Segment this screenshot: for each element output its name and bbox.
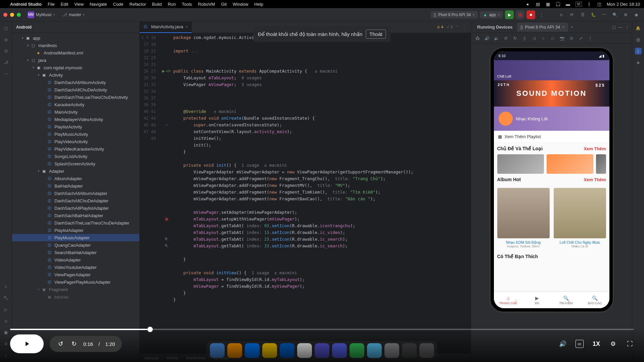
tree-adapter[interactable]: ⒸQuangCaoAdapter (12, 241, 139, 249)
posture-icon[interactable]: ▯ (521, 35, 527, 41)
album-row[interactable]: Nhạc EDM Sôi Động Hoaprox, Touliver, Sli… (494, 185, 609, 251)
tree-activity[interactable]: ⒸSongsListActivity (12, 153, 139, 160)
tree-baocao[interactable]: ▣baocao (12, 293, 139, 300)
device-selector[interactable]: ▯ Pixel 8 Pro API 34 ▾ (430, 11, 478, 18)
sync-icon[interactable]: ⟳ (567, 10, 576, 19)
device-manager-icon[interactable]: ◈ (635, 59, 642, 66)
forward-10-icon[interactable]: ↻ (70, 340, 78, 348)
tree-activity[interactable]: ⒸSplashScreenActivity (12, 160, 139, 167)
tree-activity[interactable]: ⒸPlayVideoActivity (12, 138, 139, 145)
nav-home[interactable]: ⌂TRANG CHỦ (494, 292, 523, 308)
menubar-app-name[interactable]: Android Studio (10, 2, 42, 7)
git-branch-selector[interactable]: ⎇ master ▾ (62, 12, 85, 17)
nav-report[interactable]: 🔍BÁO CÁO (581, 292, 609, 308)
rewind-10-icon[interactable]: ↺ (56, 340, 64, 348)
more-emulator-icon[interactable]: ⋮ (587, 35, 593, 41)
see-more-link[interactable]: Xem Thêm (584, 177, 606, 182)
album-card[interactable]: Lofi Chill Cho Ngày Mưa Nhiều Ca Sĩ (554, 188, 606, 248)
tree-adapter[interactable]: ⒸVideoYoutubeAdapter (12, 264, 139, 271)
more-icon[interactable]: ⋮ (625, 25, 629, 30)
maximize-window-button[interactable] (17, 13, 21, 17)
menu-window[interactable]: Window (233, 2, 248, 7)
tree-adapter[interactable]: ⒸAlbumAdapter (12, 175, 139, 182)
project-tree[interactable]: ▾▣app ▾▢manifests ◈AndroidManifest.xml ▾… (12, 33, 139, 362)
tree-activity[interactable]: ⒸKaraokeActivity (12, 101, 139, 108)
run-button[interactable]: ▶ (505, 10, 514, 19)
menu-git[interactable]: Git (221, 2, 227, 7)
banner-sound-motion[interactable]: 25TH SOUND MOTION $25 (494, 80, 609, 107)
gear-icon[interactable]: ⚙ (621, 10, 630, 19)
minimize-icon[interactable]: — (618, 25, 623, 30)
volume-up-icon[interactable]: 🔊 (484, 35, 490, 41)
stop-button[interactable]: ■ (526, 10, 535, 19)
banner-chill-lofi[interactable]: Chill Lofi (494, 60, 609, 80)
captions-icon[interactable]: cc (576, 340, 584, 348)
tree-activity[interactable]: ⒸDanhSachAllChuDeActivity (12, 86, 139, 93)
resize-icon[interactable]: ⤢ (578, 35, 584, 41)
tree-activity[interactable]: ⒸPlayMusicActivity (12, 130, 139, 138)
tree-adapter[interactable]: ⒸVideoAdapter (12, 256, 139, 264)
screenshot-icon[interactable]: 📷 (559, 35, 565, 41)
menu-code[interactable]: Code (113, 2, 124, 7)
gradle-icon[interactable]: ▤ (635, 36, 642, 43)
playback-speed[interactable]: 1X (592, 340, 600, 348)
tree-adapter[interactable]: ⒸPlaylistAdapter (12, 227, 139, 234)
tree-adapter[interactable]: ⒸDanhSachAllPlaylistAdapter (12, 204, 139, 212)
tree-adapter[interactable]: ⒸSearchBaiHatAdapter (12, 249, 139, 256)
down-icon[interactable]: ⌃ (456, 25, 459, 29)
input-lang[interactable]: VI (576, 2, 582, 7)
settings-icon[interactable]: ⚙ (609, 340, 617, 348)
menu-run[interactable]: Run (168, 2, 176, 7)
diamond-tool-icon[interactable]: ◇ (3, 318, 9, 324)
tree-activity[interactable]: ⒸDanhSachAllAlbumActivity (12, 79, 139, 86)
category-card[interactable] (547, 154, 593, 174)
panel-header[interactable]: Android (12, 22, 139, 33)
see-more-link[interactable]: Xem Thêm (584, 146, 606, 151)
video-progress-bar[interactable] (10, 328, 634, 330)
tree-adapter[interactable]: ⒸViewPagerPlayMusicAdapter (12, 278, 139, 286)
menu-file[interactable]: File (48, 2, 55, 7)
fullscreen-icon[interactable]: ⛶ (626, 340, 634, 348)
tree-adapter[interactable]: ⒸDanhSachTheLoaiTheoChuDeAdapter (12, 219, 139, 227)
bookmark-tool-icon[interactable]: ☆ (3, 283, 9, 290)
headphones-icon[interactable]: 🎧 (555, 1, 561, 7)
code-editor[interactable]: 1 3 16 17 18 19 21 22 23 24 25 26 27 29 … (140, 33, 471, 353)
search-icon[interactable]: 🔍 (610, 10, 619, 19)
add-device-icon[interactable]: + (571, 25, 573, 30)
commit-tool-icon[interactable]: ◎ (3, 36, 9, 43)
pull-requests-icon[interactable]: ⎇ (3, 59, 9, 66)
run-config-selector[interactable]: ▲ app ▾ (480, 11, 503, 18)
tree-adapter[interactable]: ⒸViewPagerAdapter (12, 271, 139, 278)
volume-down-icon[interactable]: 🔉 (493, 35, 499, 41)
bt-icon[interactable]: ᛒ (587, 1, 592, 7)
menubar-clock[interactable]: Mon 2 Dec 18:10 (607, 2, 640, 7)
play-button[interactable] (10, 334, 44, 353)
nav-mv[interactable]: ▶MV (523, 292, 552, 308)
menu-edit[interactable]: Edit (61, 2, 68, 7)
close-window-button[interactable] (3, 13, 7, 17)
more-editor-icon[interactable]: ⋮ (462, 25, 466, 29)
record-icon[interactable]: ● (525, 1, 531, 7)
more-tools-icon[interactable]: ⋯ (3, 71, 9, 77)
home-icon[interactable]: ○ (540, 35, 546, 41)
tree-activity[interactable]: ⒸDanhSachTheLoaiTheoChuDeActivity (12, 93, 139, 101)
tree-activity[interactable]: ⒸPlaylistActivity (12, 123, 139, 130)
emulator-rail-icon[interactable]: ▯ (635, 48, 642, 54)
tree-adapter[interactable]: ⒸBaiHatAdapter (12, 182, 139, 190)
tree-package[interactable]: ▾▣com.ngdat.mymusic (12, 64, 139, 71)
category-row[interactable] (494, 154, 609, 174)
menu-help[interactable]: Help (254, 2, 263, 7)
tree-activity[interactable]: ⒸMediaplayerVideoActivity (12, 116, 139, 123)
dock-icon[interactable]: ▢ (612, 25, 616, 30)
run-tool-icon[interactable]: ▷ (3, 306, 9, 313)
emulator-screen[interactable]: 6:10 ◢ ▮ Chill Lofi 25TH SOUND MOTION $2… (494, 51, 609, 308)
editor-tab-mainactivity[interactable]: Ⓒ MainActivity.java × (140, 22, 192, 33)
qr-icon[interactable]: ▦ (545, 1, 551, 7)
tree-java[interactable]: ▾▢java (12, 56, 139, 64)
menu-navigate[interactable]: Navigate (90, 2, 107, 7)
tray-icon[interactable]: ▤ (535, 1, 541, 7)
mirror-icon[interactable]: ◫ (597, 1, 602, 7)
tree-manifest-file[interactable]: ◈AndroidManifest.xml (12, 49, 139, 56)
rotate-right-icon[interactable]: ↻ (512, 35, 518, 41)
build-tool-icon[interactable]: 🔨 (3, 295, 9, 301)
